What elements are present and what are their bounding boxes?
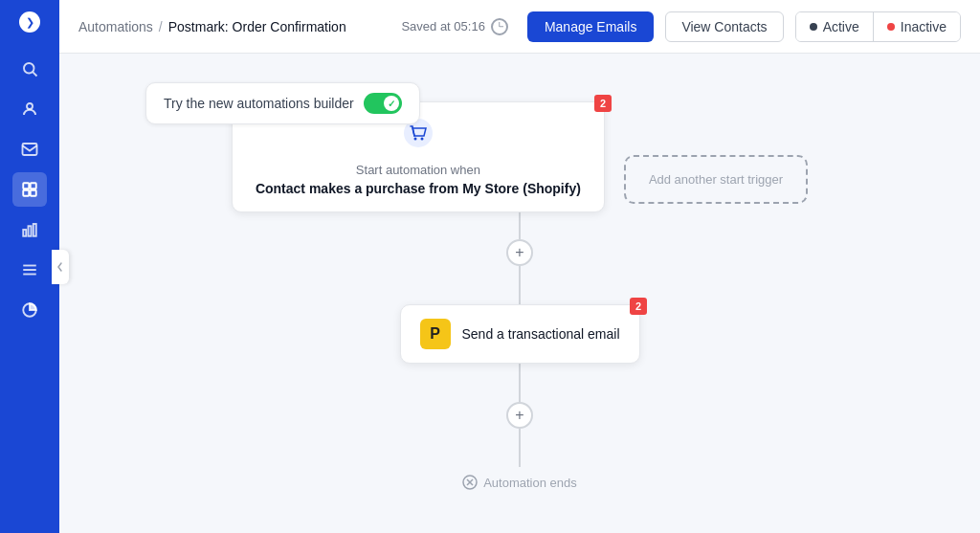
add-step-button-2[interactable]: + bbox=[506, 402, 533, 429]
svg-rect-4 bbox=[23, 183, 29, 189]
history-icon[interactable] bbox=[491, 18, 508, 35]
email-node[interactable]: 2 P Send a transactional email bbox=[400, 304, 640, 364]
svg-text:2: 2 bbox=[635, 300, 640, 312]
trigger-start-label: Start automation when bbox=[256, 163, 581, 177]
manage-emails-button[interactable]: Manage Emails bbox=[527, 11, 655, 42]
svg-point-2 bbox=[27, 103, 33, 109]
svg-point-0 bbox=[24, 63, 34, 74]
breadcrumb-current-page: Postmark: Order Confirmation bbox=[168, 19, 346, 34]
inactive-status-button[interactable]: Inactive bbox=[873, 12, 960, 41]
breadcrumb-automations[interactable]: Automations bbox=[78, 19, 153, 34]
automation-ends: Automation ends bbox=[462, 475, 577, 490]
sidebar-item-bar-chart[interactable] bbox=[12, 212, 47, 247]
add-icon-1: + bbox=[515, 244, 523, 261]
sidebar-item-list[interactable] bbox=[12, 253, 47, 287]
add-trigger-label: Add another start trigger bbox=[649, 172, 783, 187]
svg-line-1 bbox=[33, 72, 36, 76]
svg-point-18 bbox=[413, 138, 416, 141]
svg-rect-3 bbox=[23, 144, 37, 155]
try-banner-text: Try the new automations builder bbox=[164, 96, 354, 111]
inactive-dot bbox=[887, 23, 895, 31]
header: Automations / Postmark: Order Confirmati… bbox=[59, 0, 980, 54]
sidebar-item-search[interactable] bbox=[12, 52, 47, 86]
svg-rect-9 bbox=[29, 226, 32, 236]
expand-sidebar-button[interactable]: ❯ bbox=[19, 11, 40, 33]
automation-canvas: Try the new automations builder 2 bbox=[59, 54, 980, 533]
trigger-badge-icon: 2 bbox=[592, 93, 613, 114]
connector-svg bbox=[328, 211, 711, 239]
automation-ends-label: Automation ends bbox=[483, 476, 577, 490]
try-banner-toggle[interactable] bbox=[364, 93, 402, 114]
add-step-button-1[interactable]: + bbox=[506, 239, 533, 266]
active-dot bbox=[810, 23, 817, 31]
sidebar-item-reports[interactable] bbox=[12, 293, 47, 327]
view-contacts-button[interactable]: View Contacts bbox=[665, 11, 783, 42]
active-label: Active bbox=[823, 19, 859, 34]
sidebar: ❯ bbox=[0, 0, 59, 533]
sidebar-item-email[interactable] bbox=[12, 132, 47, 167]
collapse-sidebar-button[interactable] bbox=[52, 250, 69, 284]
chevron-icon: ❯ bbox=[26, 16, 34, 29]
svg-text:2: 2 bbox=[600, 98, 606, 109]
trigger-title: Contact makes a purchase from My Store (… bbox=[256, 181, 581, 196]
status-toggle-group: Active Inactive bbox=[795, 11, 961, 42]
connector-line-3 bbox=[519, 364, 521, 402]
svg-rect-5 bbox=[31, 183, 36, 189]
connector-line-4 bbox=[519, 429, 521, 467]
svg-point-19 bbox=[420, 138, 423, 141]
breadcrumb: Automations / Postmark: Order Confirmati… bbox=[78, 19, 390, 34]
svg-rect-7 bbox=[31, 190, 36, 196]
inactive-label: Inactive bbox=[901, 19, 947, 34]
email-badge-icon: 2 bbox=[628, 296, 649, 317]
add-trigger-node[interactable]: Add another start trigger bbox=[624, 155, 808, 204]
postmark-icon: P bbox=[420, 319, 451, 349]
sidebar-item-automations[interactable] bbox=[12, 172, 47, 207]
saved-info: Saved at 05:16 bbox=[401, 18, 507, 35]
sidebar-item-contacts[interactable] bbox=[12, 92, 47, 126]
svg-rect-8 bbox=[23, 230, 26, 236]
ends-icon bbox=[462, 475, 478, 490]
try-banner: Try the new automations builder bbox=[145, 82, 420, 124]
active-status-button[interactable]: Active bbox=[796, 12, 873, 41]
svg-rect-10 bbox=[33, 224, 36, 236]
saved-label: Saved at 05:16 bbox=[401, 19, 484, 33]
email-node-label: Send a transactional email bbox=[462, 326, 620, 342]
connector-line-2 bbox=[519, 266, 521, 304]
add-icon-2: + bbox=[515, 407, 523, 424]
main-content: Automations / Postmark: Order Confirmati… bbox=[59, 0, 980, 533]
svg-rect-6 bbox=[23, 190, 29, 196]
breadcrumb-separator: / bbox=[159, 19, 163, 34]
